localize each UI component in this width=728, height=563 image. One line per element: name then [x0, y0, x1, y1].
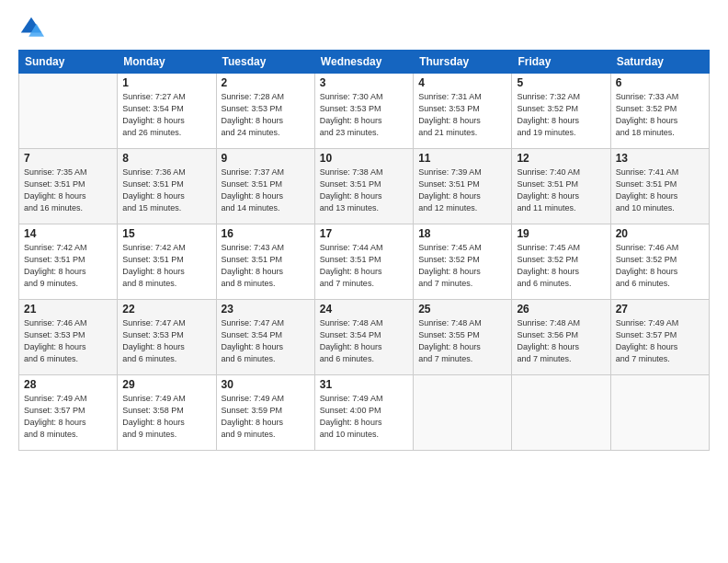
day-number: 19 — [517, 227, 605, 240]
day-info: Sunrise: 7:40 AM Sunset: 3:51 PM Dayligh… — [517, 167, 605, 214]
calendar-cell: 29Sunrise: 7:49 AM Sunset: 3:58 PM Dayli… — [118, 375, 216, 451]
weekday-header-sunday: Sunday — [19, 51, 118, 74]
day-number: 1 — [122, 76, 210, 89]
calendar-cell: 5Sunrise: 7:32 AM Sunset: 3:52 PM Daylig… — [512, 74, 610, 149]
calendar-cell: 30Sunrise: 7:49 AM Sunset: 3:59 PM Dayli… — [216, 375, 314, 451]
weekday-header-monday: Monday — [118, 51, 216, 74]
day-info: Sunrise: 7:46 AM Sunset: 3:52 PM Dayligh… — [616, 242, 704, 290]
calendar-cell: 24Sunrise: 7:48 AM Sunset: 3:54 PM Dayli… — [314, 300, 413, 375]
day-info: Sunrise: 7:47 AM Sunset: 3:54 PM Dayligh… — [222, 317, 310, 365]
day-number: 9 — [222, 152, 310, 165]
calendar-cell: 22Sunrise: 7:47 AM Sunset: 3:53 PM Dayli… — [118, 300, 216, 375]
weekday-header-friday: Friday — [512, 51, 610, 74]
day-info: Sunrise: 7:30 AM Sunset: 3:53 PM Dayligh… — [320, 91, 408, 139]
day-number: 23 — [222, 303, 310, 316]
calendar-cell: 4Sunrise: 7:31 AM Sunset: 3:53 PM Daylig… — [414, 74, 512, 149]
weekday-header-saturday: Saturday — [610, 51, 709, 74]
day-number: 13 — [616, 152, 704, 165]
calendar-cell: 11Sunrise: 7:39 AM Sunset: 3:51 PM Dayli… — [414, 149, 512, 224]
day-number: 30 — [222, 378, 310, 391]
weekday-header-row: SundayMondayTuesdayWednesdayThursdayFrid… — [19, 51, 710, 74]
day-info: Sunrise: 7:49 AM Sunset: 3:59 PM Dayligh… — [222, 393, 310, 441]
weekday-header-tuesday: Tuesday — [216, 51, 314, 74]
day-number: 26 — [517, 303, 605, 316]
week-row-1: 1Sunrise: 7:27 AM Sunset: 3:54 PM Daylig… — [19, 74, 710, 149]
week-row-3: 14Sunrise: 7:42 AM Sunset: 3:51 PM Dayli… — [19, 224, 710, 300]
logo-icon — [18, 15, 44, 40]
week-row-4: 21Sunrise: 7:46 AM Sunset: 3:53 PM Dayli… — [19, 300, 710, 375]
day-number: 8 — [122, 152, 210, 165]
day-number: 3 — [320, 76, 408, 89]
weekday-header-wednesday: Wednesday — [314, 51, 413, 74]
calendar-cell: 31Sunrise: 7:49 AM Sunset: 4:00 PM Dayli… — [314, 375, 413, 451]
calendar-cell: 16Sunrise: 7:43 AM Sunset: 3:51 PM Dayli… — [216, 224, 314, 300]
day-number: 25 — [418, 303, 506, 316]
calendar-cell — [610, 375, 709, 451]
calendar-cell: 6Sunrise: 7:33 AM Sunset: 3:52 PM Daylig… — [610, 74, 709, 149]
day-number: 27 — [616, 303, 704, 316]
calendar-cell: 23Sunrise: 7:47 AM Sunset: 3:54 PM Dayli… — [216, 300, 314, 375]
day-number: 29 — [122, 378, 210, 391]
calendar: SundayMondayTuesdayWednesdayThursdayFrid… — [18, 50, 710, 451]
calendar-cell: 26Sunrise: 7:48 AM Sunset: 3:56 PM Dayli… — [512, 300, 610, 375]
day-info: Sunrise: 7:35 AM Sunset: 3:51 PM Dayligh… — [24, 167, 112, 214]
day-info: Sunrise: 7:33 AM Sunset: 3:52 PM Dayligh… — [616, 91, 704, 139]
calendar-cell: 7Sunrise: 7:35 AM Sunset: 3:51 PM Daylig… — [19, 149, 118, 224]
weekday-header-thursday: Thursday — [414, 51, 512, 74]
day-number: 21 — [24, 303, 112, 316]
day-info: Sunrise: 7:37 AM Sunset: 3:51 PM Dayligh… — [222, 167, 310, 214]
calendar-cell: 27Sunrise: 7:49 AM Sunset: 3:57 PM Dayli… — [610, 300, 709, 375]
day-info: Sunrise: 7:47 AM Sunset: 3:53 PM Dayligh… — [122, 317, 210, 365]
day-info: Sunrise: 7:48 AM Sunset: 3:54 PM Dayligh… — [320, 317, 408, 365]
day-number: 15 — [122, 227, 210, 240]
calendar-cell: 18Sunrise: 7:45 AM Sunset: 3:52 PM Dayli… — [414, 224, 512, 300]
calendar-cell: 19Sunrise: 7:45 AM Sunset: 3:52 PM Dayli… — [512, 224, 610, 300]
day-info: Sunrise: 7:39 AM Sunset: 3:51 PM Dayligh… — [418, 167, 506, 214]
calendar-cell: 14Sunrise: 7:42 AM Sunset: 3:51 PM Dayli… — [19, 224, 118, 300]
day-info: Sunrise: 7:43 AM Sunset: 3:51 PM Dayligh… — [222, 242, 310, 290]
calendar-cell: 17Sunrise: 7:44 AM Sunset: 3:51 PM Dayli… — [314, 224, 413, 300]
day-info: Sunrise: 7:41 AM Sunset: 3:51 PM Dayligh… — [616, 167, 704, 214]
day-info: Sunrise: 7:45 AM Sunset: 3:52 PM Dayligh… — [517, 242, 605, 290]
day-info: Sunrise: 7:49 AM Sunset: 3:58 PM Dayligh… — [122, 393, 210, 441]
day-info: Sunrise: 7:42 AM Sunset: 3:51 PM Dayligh… — [24, 242, 112, 290]
calendar-cell — [19, 74, 118, 149]
calendar-cell: 15Sunrise: 7:42 AM Sunset: 3:51 PM Dayli… — [118, 224, 216, 300]
day-number: 14 — [24, 227, 112, 240]
day-info: Sunrise: 7:49 AM Sunset: 3:57 PM Dayligh… — [24, 393, 112, 441]
calendar-cell: 3Sunrise: 7:30 AM Sunset: 3:53 PM Daylig… — [314, 74, 413, 149]
day-number: 7 — [24, 152, 112, 165]
day-info: Sunrise: 7:38 AM Sunset: 3:51 PM Dayligh… — [320, 167, 408, 214]
calendar-cell: 20Sunrise: 7:46 AM Sunset: 3:52 PM Dayli… — [610, 224, 709, 300]
day-number: 31 — [320, 378, 408, 391]
day-number: 10 — [320, 152, 408, 165]
day-info: Sunrise: 7:49 AM Sunset: 4:00 PM Dayligh… — [320, 393, 408, 441]
day-number: 2 — [222, 76, 310, 89]
page: SundayMondayTuesdayWednesdayThursdayFrid… — [0, 0, 728, 563]
day-number: 4 — [418, 76, 506, 89]
day-number: 22 — [122, 303, 210, 316]
calendar-cell: 28Sunrise: 7:49 AM Sunset: 3:57 PM Dayli… — [19, 375, 118, 451]
calendar-cell: 8Sunrise: 7:36 AM Sunset: 3:51 PM Daylig… — [118, 149, 216, 224]
day-number: 6 — [616, 76, 704, 89]
day-info: Sunrise: 7:31 AM Sunset: 3:53 PM Dayligh… — [418, 91, 506, 139]
day-info: Sunrise: 7:28 AM Sunset: 3:53 PM Dayligh… — [222, 91, 310, 139]
calendar-cell: 1Sunrise: 7:27 AM Sunset: 3:54 PM Daylig… — [118, 74, 216, 149]
day-number: 12 — [517, 152, 605, 165]
day-info: Sunrise: 7:48 AM Sunset: 3:55 PM Dayligh… — [418, 317, 506, 365]
week-row-2: 7Sunrise: 7:35 AM Sunset: 3:51 PM Daylig… — [19, 149, 710, 224]
day-info: Sunrise: 7:32 AM Sunset: 3:52 PM Dayligh… — [517, 91, 605, 139]
day-number: 11 — [418, 152, 506, 165]
day-number: 18 — [418, 227, 506, 240]
calendar-cell — [414, 375, 512, 451]
calendar-cell: 10Sunrise: 7:38 AM Sunset: 3:51 PM Dayli… — [314, 149, 413, 224]
day-info: Sunrise: 7:36 AM Sunset: 3:51 PM Dayligh… — [122, 167, 210, 214]
day-info: Sunrise: 7:45 AM Sunset: 3:52 PM Dayligh… — [418, 242, 506, 290]
logo — [18, 15, 48, 40]
day-number: 20 — [616, 227, 704, 240]
calendar-cell: 21Sunrise: 7:46 AM Sunset: 3:53 PM Dayli… — [19, 300, 118, 375]
day-info: Sunrise: 7:48 AM Sunset: 3:56 PM Dayligh… — [517, 317, 605, 365]
day-number: 28 — [24, 378, 112, 391]
day-number: 17 — [320, 227, 408, 240]
week-row-5: 28Sunrise: 7:49 AM Sunset: 3:57 PM Dayli… — [19, 375, 710, 451]
